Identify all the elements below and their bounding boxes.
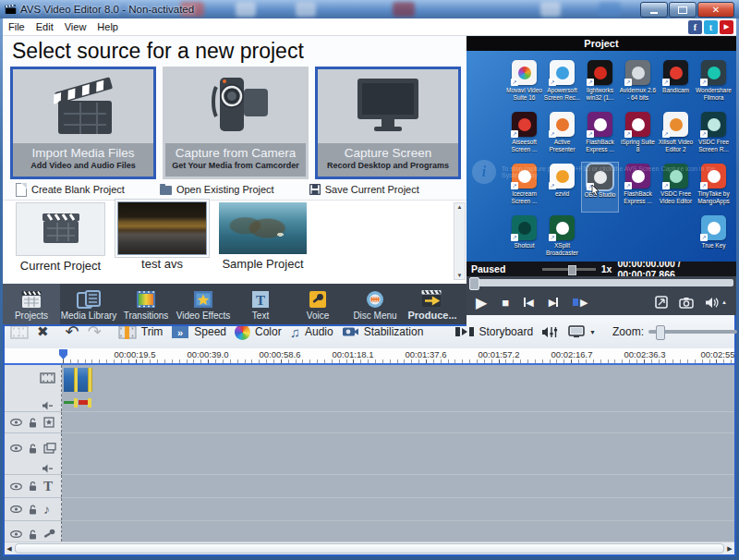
tab-produce[interactable]: Produce... bbox=[404, 284, 461, 324]
speed-icon: » bbox=[171, 325, 189, 339]
stabilization-button[interactable]: Stabilization bbox=[342, 325, 424, 338]
visibility-eye-icon[interactable] bbox=[10, 530, 22, 538]
minimize-button[interactable] bbox=[640, 2, 668, 18]
visibility-eye-icon[interactable] bbox=[10, 505, 22, 513]
maximize-button[interactable] bbox=[669, 2, 697, 18]
tab-text[interactable]: T Text bbox=[232, 284, 289, 324]
project-test-avs[interactable]: test avs bbox=[118, 202, 206, 284]
timeline-ruler[interactable]: 00:00:19.5 00:00:39.0 00:00:58.6 00:01:1… bbox=[5, 348, 734, 365]
transition-marker[interactable] bbox=[88, 368, 92, 392]
close-button[interactable]: ✕ bbox=[697, 2, 734, 18]
transitions-icon bbox=[136, 288, 156, 309]
storyboard-toggle[interactable]: Storyboard bbox=[455, 325, 533, 338]
project-current[interactable]: Current Project bbox=[16, 202, 105, 284]
mixer-icon bbox=[541, 325, 560, 339]
mute-speaker-icon[interactable] bbox=[42, 464, 54, 473]
tab-disc-menu[interactable]: Disc Menu bbox=[346, 284, 404, 324]
next-frame-button[interactable]: ▶ bbox=[549, 297, 558, 309]
lock-icon[interactable] bbox=[29, 505, 37, 515]
desktop-app-icon: Bandicam bbox=[657, 58, 695, 109]
scroll-down-icon[interactable]: ▼ bbox=[457, 273, 463, 278]
split-clip-button[interactable] bbox=[10, 325, 29, 339]
display-mode-button[interactable]: ▼ bbox=[568, 325, 596, 338]
projects-scrollbar[interactable]: ▲ ▼ bbox=[454, 202, 466, 280]
lock-icon[interactable] bbox=[29, 530, 37, 540]
speed-button[interactable]: » Speed bbox=[171, 325, 226, 339]
playback-status-bar: Paused 1x 00:00:00.000 / 00:00:07.866 bbox=[466, 262, 736, 276]
mute-speaker-icon[interactable] bbox=[42, 401, 54, 410]
projects-list: Current Project test avs Sample Project … bbox=[3, 200, 466, 284]
zoom-slider[interactable] bbox=[648, 330, 737, 334]
scrollbar-thumb[interactable] bbox=[15, 543, 724, 554]
youtube-icon[interactable]: ▶ bbox=[720, 20, 733, 34]
create-blank-project-button[interactable]: Create Blank Project bbox=[16, 183, 125, 197]
play-button[interactable]: ▶ bbox=[476, 294, 487, 311]
project-sample[interactable]: Sample Project bbox=[219, 202, 307, 284]
color-button[interactable]: Color bbox=[235, 324, 282, 340]
desktop-app-icon: iSpring Suite 8 bbox=[619, 110, 657, 161]
sample-project-thumbnail bbox=[219, 202, 307, 254]
camcorder-icon bbox=[196, 72, 275, 139]
playback-speed-slider[interactable] bbox=[542, 268, 595, 271]
audio-track-icon: ♪ bbox=[43, 503, 50, 516]
tab-projects[interactable]: Projects bbox=[3, 284, 60, 324]
stop-button[interactable]: ■ bbox=[502, 296, 509, 310]
tab-media-library[interactable]: Media Library bbox=[60, 284, 117, 324]
monitor-small-icon bbox=[568, 325, 585, 338]
video-clip[interactable] bbox=[64, 368, 74, 392]
previous-frame-button[interactable]: ◀ bbox=[524, 297, 533, 309]
text-track: T bbox=[5, 475, 734, 498]
ruler-label: 00:02:36.3 bbox=[608, 349, 682, 359]
seek-bar bbox=[466, 276, 736, 289]
scroll-right-icon[interactable]: ▶ bbox=[725, 545, 734, 553]
lock-icon[interactable] bbox=[29, 444, 37, 454]
speed-slider-thumb[interactable] bbox=[568, 265, 576, 275]
timeline-horizontal-scrollbar[interactable]: ◀ ▶ bbox=[5, 542, 734, 554]
menu-view[interactable]: View bbox=[59, 21, 92, 32]
audio-mixer-button[interactable] bbox=[541, 325, 560, 339]
open-existing-project-button[interactable]: Open Existing Project bbox=[160, 184, 274, 195]
menu-help[interactable]: Help bbox=[91, 21, 124, 32]
menu-edit[interactable]: Edit bbox=[30, 21, 59, 32]
page-title: Select source for a new project bbox=[12, 39, 466, 64]
save-current-project-button[interactable]: Save Current Project bbox=[309, 184, 419, 195]
capture-screen-card[interactable]: Capture Screen Record Desktop and Progra… bbox=[315, 67, 461, 179]
facebook-icon[interactable]: f bbox=[688, 20, 702, 34]
trim-button[interactable]: Trim bbox=[118, 325, 164, 339]
snapshot-camera-icon[interactable] bbox=[679, 297, 694, 309]
projects-clapper-icon bbox=[20, 288, 42, 309]
scroll-left-icon[interactable]: ◀ bbox=[5, 545, 14, 553]
ruler-label: 00:02:55 bbox=[681, 349, 734, 359]
volume-button[interactable]: ▲ bbox=[705, 297, 727, 309]
svg-text:»: » bbox=[177, 326, 183, 337]
lock-icon[interactable] bbox=[29, 418, 37, 428]
video-effects-track bbox=[5, 412, 734, 433]
import-media-files-card[interactable]: Import Media Files Add Video and Audio F… bbox=[10, 67, 156, 179]
audio-button[interactable]: ♫ Audio bbox=[290, 324, 333, 340]
select-source-panel: Select source for a new project bbox=[3, 36, 466, 315]
seek-thumb[interactable] bbox=[469, 277, 479, 290]
seek-track[interactable] bbox=[469, 279, 733, 286]
fullscreen-icon[interactable] bbox=[655, 296, 668, 309]
filmstrip-icon bbox=[40, 372, 55, 383]
clapperboard-icon bbox=[43, 73, 123, 138]
twitter-icon[interactable]: t bbox=[704, 20, 718, 34]
zoom-label: Zoom: bbox=[612, 325, 644, 338]
capture-from-camera-card[interactable]: Capture from Camera Get Your Media from … bbox=[163, 67, 309, 179]
tab-voice[interactable]: Voice bbox=[289, 284, 346, 324]
tab-transitions[interactable]: Transitions bbox=[117, 284, 175, 324]
menu-file[interactable]: File bbox=[3, 21, 30, 32]
scroll-up-icon[interactable]: ▲ bbox=[457, 204, 463, 210]
voice-mic-track-icon bbox=[43, 529, 55, 540]
zoom-slider-thumb[interactable] bbox=[656, 325, 665, 340]
video-clip[interactable] bbox=[78, 368, 88, 392]
step-forward-button[interactable]: ▶ bbox=[573, 297, 588, 309]
card-subtitle: Add Video and Audio Files bbox=[13, 161, 153, 170]
visibility-eye-icon[interactable] bbox=[10, 419, 22, 426]
lock-icon[interactable] bbox=[29, 481, 37, 492]
transport-controls: ▶ ■ ◀ ▶ ▶ ▲ bbox=[466, 289, 736, 315]
redo-button[interactable]: ↷ bbox=[88, 322, 102, 342]
visibility-eye-icon[interactable] bbox=[10, 482, 22, 490]
tab-video-effects[interactable]: Video Effects bbox=[175, 284, 232, 324]
visibility-eye-icon[interactable] bbox=[10, 444, 22, 452]
